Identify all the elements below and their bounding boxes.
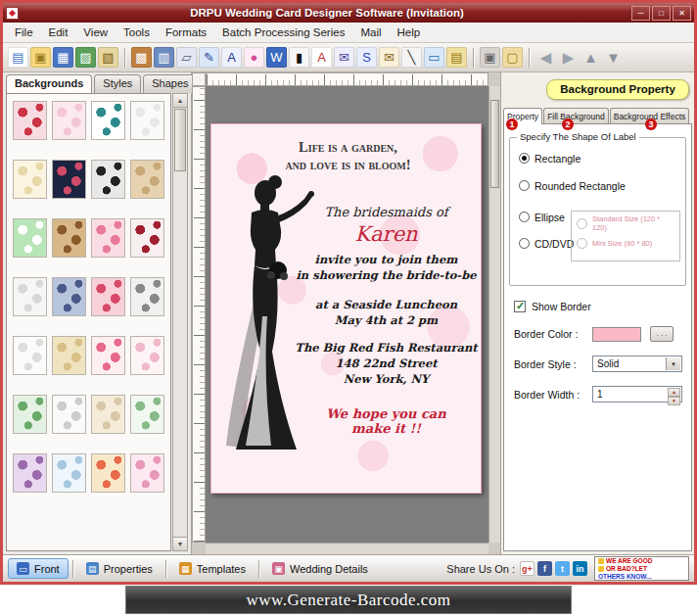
up-arrow-icon[interactable]: ▲ <box>581 47 601 68</box>
purple-floral-thumbnail[interactable] <box>13 453 47 493</box>
backgrounds-scrollbar[interactable]: ▲ ▼ <box>172 93 188 551</box>
pen-icon[interactable]: ✎ <box>199 47 219 68</box>
gold-texture-thumbnail[interactable] <box>52 336 86 375</box>
border-color-swatch[interactable] <box>592 327 641 342</box>
properties-button[interactable]: ▤ Properties <box>77 558 162 579</box>
beige-ornament-thumbnail[interactable] <box>91 395 125 434</box>
templates-button[interactable]: ▦ Templates <box>170 558 255 579</box>
green-dots-thumbnail[interactable] <box>130 395 164 434</box>
minimize-button[interactable]: ─ <box>631 6 650 21</box>
scrollbar-thumb[interactable] <box>174 109 186 171</box>
size-option-mini[interactable]: Mini Size (80 * 80) <box>577 237 676 249</box>
scrollbar-thumb[interactable] <box>490 100 499 188</box>
red-ornament-thumbnail[interactable] <box>130 218 164 258</box>
signature-icon[interactable]: S <box>356 47 377 68</box>
scroll-down-icon[interactable]: ▼ <box>173 537 187 550</box>
database-icon[interactable]: ▤ <box>446 47 467 68</box>
green-floral-thumbnail[interactable] <box>13 395 47 434</box>
tan-texture-thumbnail[interactable] <box>130 160 164 199</box>
pink-floral-thumbnail[interactable] <box>52 101 86 140</box>
wedding-details-button[interactable]: ▣ Wedding Details <box>263 558 377 579</box>
line-icon[interactable]: ╲ <box>401 47 422 68</box>
tan-paisley-thumbnail[interactable] <box>52 218 86 258</box>
close-button[interactable]: ✕ <box>673 6 691 21</box>
export-icon[interactable]: ▧ <box>98 47 118 68</box>
tab-backgrounds[interactable]: Backgrounds <box>6 74 92 93</box>
soft-pink-floral-thumbnail[interactable] <box>130 336 164 375</box>
front-button[interactable]: ▭ Front <box>8 558 69 579</box>
save-icon[interactable]: ▦ <box>53 47 73 68</box>
blue-paisley-thumbnail[interactable] <box>52 277 86 316</box>
back-arrow-icon[interactable]: ◀ <box>535 47 556 68</box>
scroll-up-icon[interactable]: ▲ <box>173 94 187 108</box>
picture-icon[interactable]: ▩ <box>131 47 152 68</box>
invitation-card[interactable]: Life is a garden, and love is in bloom! … <box>210 123 482 494</box>
blue-dots-thumbnail[interactable] <box>52 453 86 493</box>
spin-up-icon[interactable]: ▲ <box>668 388 680 397</box>
maximize-button[interactable]: □ <box>652 6 671 21</box>
google-plus-icon[interactable]: g+ <box>520 561 534 576</box>
spin-down-icon[interactable]: ▼ <box>668 397 680 405</box>
pink-hearts-thumbnail[interactable] <box>91 336 125 375</box>
shape-option-rounded-rectangle[interactable]: Rounded Rectangle <box>519 179 679 192</box>
tab-styles[interactable]: Styles <box>94 74 141 93</box>
copy-icon[interactable]: ▱ <box>176 47 197 68</box>
design-canvas[interactable]: Life is a garden, and love is in bloom! … <box>206 86 488 543</box>
canvas-vertical-scrollbar[interactable] <box>488 86 500 543</box>
border-width-stepper[interactable]: 1 ▲ ▼ <box>592 386 682 403</box>
green-wave-thumbnail[interactable] <box>13 218 47 258</box>
menu-file[interactable]: File <box>7 24 41 41</box>
print-icon[interactable]: ▥ <box>154 47 174 68</box>
navy-floral-thumbnail[interactable] <box>52 160 86 199</box>
cream-floral-thumbnail[interactable] <box>13 160 47 199</box>
font-color-icon[interactable]: A <box>311 47 332 68</box>
menu-batch-processing-series[interactable]: Batch Processing Series <box>214 24 352 41</box>
linkedin-icon[interactable]: in <box>573 561 587 576</box>
menu-view[interactable]: View <box>75 24 116 41</box>
barcode-icon[interactable]: ▮ <box>289 47 309 68</box>
down-arrow-icon[interactable]: ▼ <box>603 47 624 68</box>
menu-edit[interactable]: Edit <box>41 24 76 41</box>
menu-mail[interactable]: Mail <box>352 24 389 41</box>
image-icon[interactable]: ▨ <box>75 47 96 68</box>
show-border-checkbox[interactable]: Show Border <box>514 301 691 312</box>
open-folder-icon[interactable]: ▣ <box>30 47 51 68</box>
menu-formats[interactable]: Formats <box>158 24 214 41</box>
black-lace-thumbnail[interactable] <box>91 160 125 199</box>
color-wheel-icon[interactable]: ● <box>244 47 264 68</box>
feedback-box[interactable]: WE ARE GOOD OR BAD?LET OTHERS KNOW... <box>594 556 689 581</box>
gray-sketch-floral-thumbnail[interactable] <box>130 277 164 316</box>
envelope-icon[interactable]: ✉ <box>379 47 399 68</box>
white-damask-thumbnail[interactable] <box>13 277 47 316</box>
lock-icon[interactable]: ▣ <box>480 47 500 68</box>
shape-option-rectangle[interactable]: Rectangle <box>519 152 679 165</box>
teal-mandala-thumbnail[interactable] <box>91 101 125 140</box>
twitter-icon[interactable]: t <box>555 561 570 576</box>
forward-arrow-icon[interactable]: ▶ <box>558 47 579 68</box>
chevron-down-icon[interactable]: ▼ <box>666 357 680 370</box>
mail-icon[interactable]: ✉ <box>334 47 354 68</box>
text-icon[interactable]: A <box>221 47 242 68</box>
wordart-icon[interactable]: W <box>266 47 287 68</box>
hearts-pattern-thumbnail[interactable] <box>13 101 47 140</box>
menu-tools[interactable]: Tools <box>116 24 158 41</box>
new-file-icon[interactable]: ▤ <box>8 47 28 68</box>
tab-fill-background[interactable]: Fill Background <box>543 108 609 124</box>
ruler-icon[interactable]: ▭ <box>424 47 444 68</box>
pink-blossom-thumbnail[interactable] <box>91 218 125 258</box>
plain-white-thumbnail[interactable] <box>130 101 164 140</box>
tab-shapes[interactable]: Shapes <box>143 74 197 93</box>
facebook-icon[interactable]: f <box>537 561 552 576</box>
multi-stripe-thumbnail[interactable] <box>91 453 125 493</box>
color-picker-button[interactable]: . . . <box>650 326 674 342</box>
pink-lace-thumbnail[interactable] <box>130 453 164 493</box>
menu-help[interactable]: Help <box>390 24 429 41</box>
white-mini-floral-thumbnail[interactable] <box>13 336 47 375</box>
rose-bouquet-thumbnail[interactable] <box>91 277 125 316</box>
border-style-select[interactable]: Solid ▼ <box>592 355 682 372</box>
unlock-icon[interactable]: ▢ <box>502 47 523 68</box>
canvas-horizontal-scrollbar[interactable] <box>206 543 488 554</box>
size-option-standard[interactable]: Standard Size (120 * 120) <box>577 217 676 229</box>
white-vine-thumbnail[interactable] <box>52 395 86 434</box>
background-thumbnail-grid <box>6 93 171 551</box>
